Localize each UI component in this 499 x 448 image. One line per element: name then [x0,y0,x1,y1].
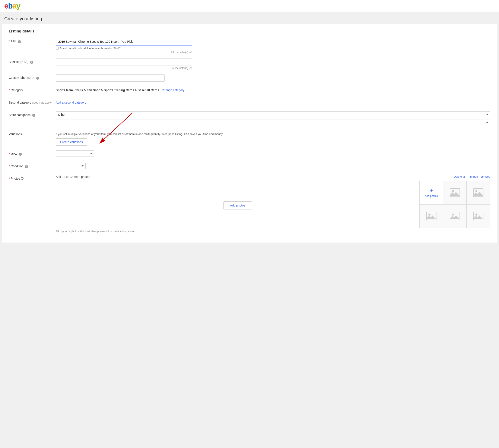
page-title: Create your listing [4,16,495,22]
store-categories-label-text: Store categories [9,113,31,117]
logo-y: y [16,1,20,10]
subtitle-field: 55 character(s) left [56,59,490,70]
subtitle-price: ($1.50) [20,61,28,64]
subtitle-row: Subtitle ($1.50) i 55 character(s) left [9,59,490,70]
bold-title-row: Stand out with a bold title in search re… [56,47,490,50]
svg-point-7 [428,213,431,216]
title-field: Stand out with a bold title in search re… [56,38,490,54]
condition-field: - [56,163,490,169]
upc-label-text: UPC [11,152,17,156]
svg-point-9 [452,213,454,216]
svg-point-3 [452,190,454,192]
custom-label-label: Custom label (SKU) i [9,74,56,80]
photos-label: * Photos (0) [9,175,56,180]
import-web-link[interactable]: Import from web [470,175,490,178]
subtitle-label: Subtitle ($1.50) i [9,59,56,64]
photo-placeholder-4[interactable] [443,204,467,228]
header: ebay [0,0,499,12]
subtitle-info-icon[interactable]: i [30,61,33,64]
title-info-icon[interactable]: i [18,40,21,43]
subtitle-label-text: Subtitle [9,60,19,64]
category-field: Sports Mem, Cards & Fan Shop > Sports Tr… [56,87,490,92]
photo-placeholder-3[interactable] [420,204,443,228]
category-label: * Category [9,87,56,92]
title-label-text: Title [11,39,16,43]
second-category-sublabel: (fees may apply) [32,101,52,104]
logo-b: b [8,1,12,10]
photo-placeholder-5[interactable] [467,204,490,228]
add-photo-text: Add photos [425,194,438,197]
change-category-link[interactable]: Change category [162,88,185,92]
logo-a: a [12,1,16,10]
photos-header: Add up to 12 more photos Delete all | Im… [56,175,490,178]
photos-row: * Photos (0) Add up to 12 more photos De… [9,175,490,233]
add-second-category-link[interactable]: Add a second category [56,99,86,104]
photo-placeholder-icon-2 [473,187,484,198]
upc-select[interactable] [56,150,94,157]
thumbnail-grid: + Add photos [420,181,490,228]
subtitle-char-count: 55 character(s) left [56,67,192,70]
main-content: Listing details * Title i Stand out with… [2,24,497,243]
photos-separator: | [468,175,468,178]
svg-point-11 [475,213,477,216]
variations-label-text: Variations [9,132,22,136]
add-photo-cell[interactable]: + Add photos [420,181,443,204]
photos-field: Add up to 12 more photos Delete all | Im… [56,175,490,233]
condition-label: * Condition i [9,163,56,168]
photo-placeholder-icon-3 [426,211,437,222]
photos-add-label: Add up to 12 more photos [56,175,90,178]
photo-placeholder-1[interactable] [443,181,467,204]
arrow-container: Create variations [56,138,87,146]
variations-row: Variations If you sell multiple variatio… [9,131,490,146]
category-required-star: * [9,88,10,92]
photo-placeholder-icon-4 [450,211,460,222]
second-category-label-text: Second category [9,101,31,104]
page-title-bar: Create your listing [0,12,499,24]
second-category-field: Add a second category [56,99,490,104]
photos-grid-wrapper: Add photos + Add photos [56,181,490,228]
upc-required-star: * [9,152,10,156]
add-photos-main-button[interactable]: Add photos [223,201,252,209]
photos-required-star: * [9,177,10,180]
photos-actions: Delete all | Import from web [454,175,490,178]
upc-row: * UPC i [9,150,490,158]
custom-label-text: Custom label [9,76,26,80]
title-required-star: * [9,39,10,43]
main-photo-area[interactable]: Add photos [56,181,420,228]
section-title: Listing details [9,29,490,33]
condition-select[interactable]: - [56,163,86,169]
bold-title-label: Stand out with a bold title in search re… [60,47,112,50]
store-category-dropdown-1[interactable]: Other [56,112,490,118]
photo-placeholder-icon-1 [450,187,460,198]
variations-label: Variations [9,131,56,136]
store-categories-info-icon[interactable]: i [32,114,35,117]
store-categories-row: Store categories i Other - [9,112,490,126]
create-variations-button[interactable]: Create variations [56,138,87,146]
photos-label-text: Photos [11,177,20,180]
add-photo-plus-icon: + [430,188,433,194]
logo-e: e [4,1,8,10]
category-value: Sports Mem, Cards & Fan Shop > Sports Tr… [56,88,159,92]
custom-label-info-icon[interactable]: i [36,77,39,80]
store-categories-label: Store categories i [9,112,56,117]
svg-point-5 [475,190,477,192]
photo-placeholder-2[interactable] [467,181,490,204]
custom-label-input[interactable] [56,74,165,81]
photo-placeholder-icon-5 [473,211,484,222]
custom-label-field [56,74,490,81]
custom-label-sublabel: (SKU) [27,76,35,80]
variations-description: If you sell multiple variations of your … [56,131,237,136]
delete-all-link[interactable]: Delete all [454,175,465,178]
upc-info-icon[interactable]: i [19,153,22,156]
second-category-label: Second category (fees may apply) [9,99,56,104]
category-label-text: Category [11,88,23,92]
subtitle-input[interactable] [56,59,192,66]
condition-info-icon[interactable]: i [25,165,28,168]
condition-label-text: Condition [11,164,23,168]
second-category-row: Second category (fees may apply) Add a s… [9,99,490,107]
store-category-dropdown-2[interactable]: - [56,120,490,126]
bold-title-price: ($6.00) [113,47,122,50]
title-label: * Title i [9,38,56,43]
title-input[interactable] [56,38,192,46]
bold-title-checkbox[interactable] [56,47,59,50]
